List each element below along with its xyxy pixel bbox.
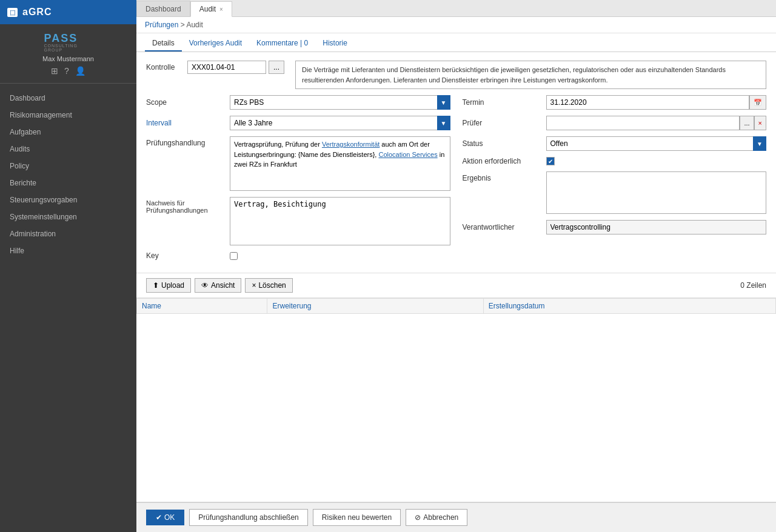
sidebar-item-berichte[interactable]: Berichte (0, 175, 136, 191)
sub-tab-details[interactable]: Details (145, 36, 182, 52)
ansicht-button[interactable]: 👁 Ansicht (195, 278, 241, 293)
verantwortlicher-row: Verantwortlicher (463, 220, 767, 234)
status-select-wrapper: Offen ▼ (546, 136, 767, 151)
help-icon[interactable]: ? (64, 66, 69, 76)
scope-label: Scope (146, 98, 225, 107)
aktion-row: Aktion erforderlich ✔ (463, 157, 767, 165)
sub-tab-vorheriges-audit[interactable]: Vorheriges Audit (182, 36, 249, 52)
colocation-link[interactable]: Colocation Services (378, 151, 437, 158)
pruefer-input-group: ... × (546, 116, 767, 130)
termin-calendar-button[interactable]: 📅 (749, 95, 766, 110)
ergebnis-label: Ergebnis (463, 171, 541, 182)
nachweis-label: Nachweis für Prüfungshandlungen (146, 197, 225, 214)
ergebnis-textarea[interactable] (546, 171, 767, 214)
sidebar-header: ⬚ aGRC (0, 0, 136, 24)
sidebar-item-aufgaben[interactable]: Aufgaben (0, 124, 136, 141)
app-title: aGRC (22, 7, 52, 18)
user-area: PASS CONSULTING GROUP Max Mustermann ⊞ ?… (0, 24, 136, 84)
termin-label: Termin (463, 98, 541, 107)
status-row: Status Offen ▼ (463, 136, 767, 151)
grid-icon[interactable]: ⊞ (51, 66, 58, 76)
ok-check-icon: ✔ (156, 513, 162, 522)
sidebar-item-risikomanagement[interactable]: Risikomanagement (0, 107, 136, 124)
logo-box: ⬚ (7, 8, 18, 17)
pruefungshandlung-label: Prüfungshandlung (146, 136, 225, 147)
ok-button[interactable]: ✔ OK (146, 510, 184, 525)
intervall-label: Intervall (146, 119, 225, 127)
bottom-bar: ✔ OK Prüfungshandlung abschließen Risike… (136, 502, 776, 532)
tab-dashboard[interactable]: Dashboard (136, 1, 190, 16)
company-logo: PASS CONSULTING GROUP (44, 32, 93, 53)
tab-audit[interactable]: Audit × (190, 1, 232, 17)
pruefungshandlung-content: Vertragsprüfung, Prüfung der Vertragskon… (230, 136, 450, 191)
sidebar-item-steuerungsvorgaben[interactable]: Steuerungsvorgaben (0, 191, 136, 208)
company-name: PASS (44, 33, 93, 44)
col-header-name: Name (137, 299, 267, 314)
breadcrumb-current: Audit (186, 21, 202, 29)
upload-button[interactable]: ⬆ Upload (146, 278, 191, 293)
key-label: Key (146, 251, 225, 260)
intervall-row: Intervall Alle 3 Jahre ▼ (146, 116, 450, 130)
aktion-checkbox[interactable]: ✔ (546, 157, 555, 165)
verantwortlicher-input[interactable] (546, 220, 767, 234)
form-area: Kontrolle ... Die Verträge mit Lieferant… (136, 52, 776, 273)
file-table: Name Erweiterung Erstellungsdatum (136, 298, 776, 314)
sidebar-item-policy[interactable]: Policy (0, 158, 136, 175)
termin-input-group: 📅 (546, 95, 767, 110)
sidebar-nav: Dashboard Risikomanagement Aufgaben Audi… (0, 84, 136, 532)
pruefer-input[interactable] (546, 116, 740, 130)
sub-tab-historie[interactable]: Historie (315, 36, 355, 52)
delete-icon: × (252, 281, 256, 290)
termin-input[interactable] (546, 95, 750, 110)
two-col-layout: Scope RZs PBS ▼ Intervall Alle 3 Jahre (146, 95, 766, 266)
breadcrumb-parent[interactable]: Prüfungen (145, 21, 178, 29)
aktion-label: Aktion erforderlich (463, 157, 541, 165)
sidebar: ⬚ aGRC PASS CONSULTING GROUP Max Musterm… (0, 0, 136, 532)
pruefer-clear-button[interactable]: × (754, 116, 766, 130)
pruefer-dots-button[interactable]: ... (740, 116, 754, 130)
tab-close-icon[interactable]: × (219, 6, 223, 13)
sidebar-item-audits[interactable]: Audits (0, 141, 136, 158)
pruefungshandlung-row: Prüfungshandlung Vertragsprüfung, Prüfun… (146, 136, 450, 191)
status-select[interactable]: Offen (546, 136, 767, 151)
abbrechen-icon: ⊘ (415, 513, 421, 522)
kontrolle-description: Die Verträge mit Lieferanten und Dienstl… (295, 61, 766, 89)
scope-row: Scope RZs PBS ▼ (146, 95, 450, 110)
intervall-select[interactable]: Alle 3 Jahre (230, 116, 450, 130)
company-subtitle: CONSULTING GROUP (44, 44, 93, 52)
sidebar-item-dashboard[interactable]: Dashboard (0, 90, 136, 107)
sidebar-item-administration[interactable]: Administration (0, 225, 136, 242)
user-icon[interactable]: 👤 (75, 66, 85, 76)
user-icon-row: ⊞ ? 👤 (51, 66, 85, 76)
vertragskonformitat-link[interactable]: Vertragskonformität (322, 141, 380, 148)
zeilen-count: 0 Zeilen (740, 281, 766, 290)
abbrechen-button[interactable]: ⊘ Abbrechen (406, 509, 467, 526)
eye-icon: 👁 (201, 281, 209, 290)
tab-bar: Dashboard Audit × (136, 0, 776, 17)
pruefer-row: Prüfer ... × (463, 116, 767, 130)
pruefer-label: Prüfer (463, 119, 541, 127)
loeschen-button[interactable]: × Löschen (245, 278, 292, 293)
breadcrumb: Prüfungen > Audit (136, 17, 776, 33)
kontrolle-input[interactable] (187, 61, 266, 74)
nachweis-textarea[interactable]: Vertrag, Besichtigung (230, 197, 450, 245)
kontrolle-dots-button[interactable]: ... (269, 61, 284, 74)
file-table-wrapper: Name Erweiterung Erstellungsdatum (136, 298, 776, 502)
scope-select-wrapper: RZs PBS ▼ (230, 95, 450, 110)
sidebar-item-systemeinstellungen[interactable]: Systemeinstellungen (0, 208, 136, 225)
risiken-button[interactable]: Risiken neu bewerten (313, 509, 401, 526)
logo-icon: ⬚ (10, 9, 15, 16)
scope-select[interactable]: RZs PBS (230, 95, 450, 110)
kontrolle-input-group: ... (187, 61, 284, 74)
sidebar-item-hilfe[interactable]: Hilfe (0, 242, 136, 259)
sub-tab-kommentare[interactable]: Kommentare | 0 (249, 36, 315, 52)
action-bar: ⬆ Upload 👁 Ansicht × Löschen 0 Zeilen (136, 273, 776, 298)
upload-icon: ⬆ (153, 281, 159, 290)
key-checkbox[interactable] (230, 252, 238, 260)
ergebnis-row: Ergebnis (463, 171, 767, 214)
breadcrumb-separator: > (181, 21, 187, 29)
nachweis-row: Nachweis für Prüfungshandlungen Vertrag,… (146, 197, 450, 245)
col-left: Scope RZs PBS ▼ Intervall Alle 3 Jahre (146, 95, 450, 266)
pruefung-abschliessen-button[interactable]: Prüfungshandlung abschließen (189, 509, 307, 526)
sub-tabs: Details Vorheriges Audit Kommentare | 0 … (136, 33, 776, 52)
